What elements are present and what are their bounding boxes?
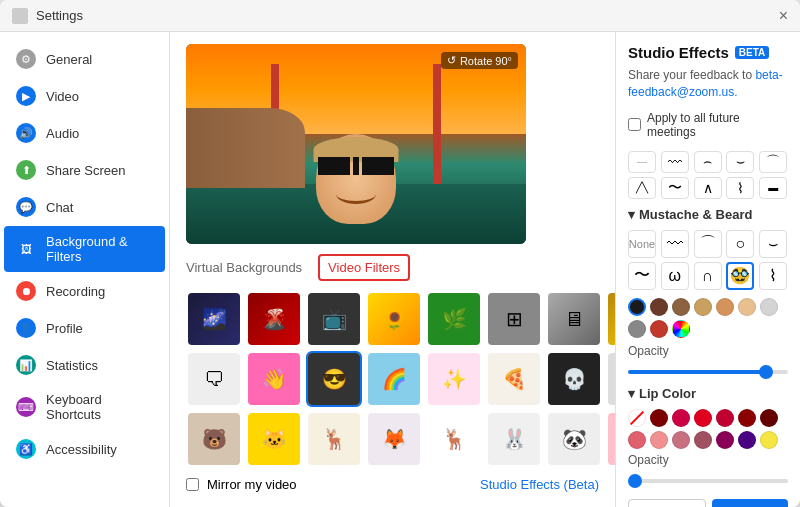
filter-pig[interactable]: 🐷 (606, 411, 615, 467)
sidebar-item-statistics[interactable]: 📊 Statistics (4, 347, 165, 383)
mustache-7[interactable]: ∩ (694, 262, 722, 290)
filter-bear[interactable]: 🐻 (186, 411, 242, 467)
filter-sunglasses-selected[interactable]: 😎 (306, 351, 362, 407)
mustache-4[interactable]: ⌣ (759, 230, 787, 258)
color-gray[interactable] (628, 320, 646, 338)
lip-opacity-slider[interactable] (628, 479, 788, 483)
color-black[interactable] (628, 298, 646, 316)
lip-rose[interactable] (628, 431, 646, 449)
color-rainbow[interactable] (672, 320, 690, 338)
filter-red[interactable]: 🌋 (246, 291, 302, 347)
mustache-section-header[interactable]: ▾ Mustache & Beard (628, 207, 788, 222)
mustache-opacity-label: Opacity (628, 344, 788, 358)
brow-4[interactable]: ⌒ (759, 151, 787, 173)
color-peach[interactable] (716, 298, 734, 316)
brow-none[interactable]: — (628, 151, 656, 173)
filter-skull[interactable]: 💀 (546, 351, 602, 407)
brow-3[interactable]: ⌣ (726, 151, 754, 173)
lip-yellow[interactable] (760, 431, 778, 449)
filter-bunny[interactable]: 🐰 (486, 411, 542, 467)
lip-magenta[interactable] (672, 409, 690, 427)
lip-pink[interactable] (650, 431, 668, 449)
mustache-opacity-slider[interactable] (628, 370, 788, 374)
sidebar-item-keyboard-shortcuts[interactable]: ⌨ Keyboard Shortcuts (4, 384, 165, 430)
filter-panda[interactable]: 🐼 (546, 411, 602, 467)
filter-space[interactable]: 🌌 (186, 291, 242, 347)
mustache-1[interactable]: 〰 (661, 230, 689, 258)
color-red-hair[interactable] (650, 320, 668, 338)
apply-checkbox[interactable] (628, 118, 641, 131)
color-brown-dark[interactable] (650, 298, 668, 316)
lip-darkred[interactable] (650, 409, 668, 427)
video-filters-tab[interactable]: Video Filters (318, 254, 410, 281)
accessibility-icon: ♿ (16, 439, 36, 459)
brow-2[interactable]: ⌢ (694, 151, 722, 173)
mirror-checkbox[interactable] (186, 478, 199, 491)
rotate-button[interactable]: ↺ Rotate 90° (441, 52, 518, 69)
mustache-9[interactable]: ⌇ (759, 262, 787, 290)
mustache-2[interactable]: ⌒ (694, 230, 722, 258)
sidebar: ⚙ General ▶ Video 🔊 Audio ⬆ Share Screen… (0, 32, 170, 507)
lip-purple[interactable] (738, 431, 756, 449)
filter-deer[interactable]: 🦌 (306, 411, 362, 467)
filter-forest[interactable]: 🌿 (426, 291, 482, 347)
filter-sunflower[interactable]: 🌻 (366, 291, 422, 347)
reset-button[interactable]: Reset (628, 499, 706, 507)
sidebar-item-share-screen[interactable]: ⬆ Share Screen (4, 152, 165, 188)
color-light[interactable] (738, 298, 756, 316)
mustache-3[interactable]: ○ (726, 230, 754, 258)
brow-8[interactable]: ⌇ (726, 177, 754, 199)
brow-9[interactable]: ▬ (759, 177, 787, 199)
studio-title: Studio Effects (628, 44, 729, 61)
filter-reindeer[interactable]: 🦌 (426, 411, 482, 467)
beta-badge: BETA (735, 46, 769, 59)
glasses-bridge (353, 157, 359, 175)
mustache-6[interactable]: ω (661, 262, 689, 290)
sidebar-item-chat[interactable]: 💬 Chat (4, 189, 165, 225)
lip-mauve[interactable] (672, 431, 690, 449)
filter-sparkle[interactable]: ✨ (426, 351, 482, 407)
sidebar-item-profile[interactable]: 👤 Profile (4, 310, 165, 346)
filter-medal[interactable]: 🏅 (606, 291, 615, 347)
color-tan[interactable] (694, 298, 712, 316)
studio-effects-link[interactable]: Studio Effects (Beta) (480, 477, 599, 492)
lip-crimson[interactable] (716, 409, 734, 427)
lip-dark-maroon[interactable] (760, 409, 778, 427)
filter-ghost[interactable]: 👻 (606, 351, 615, 407)
filter-fox[interactable]: 🦊 (366, 411, 422, 467)
filter-speech[interactable]: 🗨 (186, 351, 242, 407)
lip-maroon[interactable] (738, 409, 756, 427)
filter-wave[interactable]: 👋 (246, 351, 302, 407)
lip-mulberry[interactable] (716, 431, 734, 449)
color-silver[interactable] (760, 298, 778, 316)
lip-dusty-rose[interactable] (694, 431, 712, 449)
brow-7[interactable]: ∧ (694, 177, 722, 199)
mustache-none[interactable]: None (628, 230, 656, 258)
brow-6[interactable]: 〜 (661, 177, 689, 199)
lip-no-color[interactable] (628, 409, 646, 427)
filter-expand[interactable]: ⊞ (486, 291, 542, 347)
sidebar-item-background-filters[interactable]: 🖼 Background & Filters (4, 226, 165, 272)
person-face (316, 134, 396, 224)
sidebar-item-audio[interactable]: 🔊 Audio (4, 115, 165, 151)
mustache-8-selected[interactable]: 🥸 (726, 262, 754, 290)
close-button[interactable]: Close (712, 499, 788, 507)
brow-1[interactable]: 〰 (661, 151, 689, 173)
filter-tv[interactable]: 📺 (306, 291, 362, 347)
sidebar-item-video[interactable]: ▶ Video (4, 78, 165, 114)
color-brown-mid[interactable] (672, 298, 690, 316)
brow-5[interactable]: ╱╲ (628, 177, 656, 199)
pixel-sunglasses (318, 157, 394, 175)
lip-color-section-header[interactable]: ▾ Lip Color (628, 386, 788, 401)
mustache-5[interactable]: 〜 (628, 262, 656, 290)
virtual-backgrounds-tab[interactable]: Virtual Backgrounds (186, 260, 302, 275)
close-window-button[interactable]: × (779, 7, 788, 25)
sidebar-item-accessibility[interactable]: ♿ Accessibility (4, 431, 165, 467)
filter-monitor[interactable]: 🖥 (546, 291, 602, 347)
sidebar-item-recording[interactable]: ⏺ Recording (4, 273, 165, 309)
filter-pizza[interactable]: 🍕 (486, 351, 542, 407)
filter-rainbow[interactable]: 🌈 (366, 351, 422, 407)
sidebar-item-general[interactable]: ⚙ General (4, 41, 165, 77)
filter-cat[interactable]: 🐱 (246, 411, 302, 467)
lip-red[interactable] (694, 409, 712, 427)
